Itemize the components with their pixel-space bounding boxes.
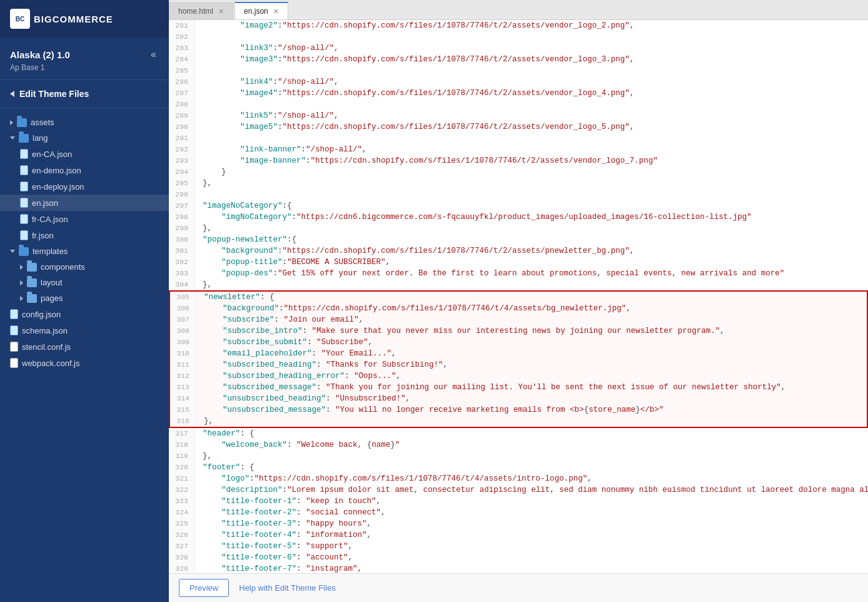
file-icon (10, 358, 18, 368)
code-line: 291 (169, 133, 868, 144)
code-line: 287 "image4":"https://cdn.shopify.com/s/… (169, 88, 868, 99)
code-line: 326 "title-footer-4": "information", (169, 529, 868, 541)
sidebar-item-lang[interactable]: lang (0, 130, 169, 146)
sidebar-item-stencil-conf[interactable]: stencil.conf.js (0, 339, 169, 355)
sidebar-item-webpack-conf[interactable]: webpack.conf.js (0, 355, 169, 371)
code-line: 304}, (169, 279, 868, 290)
code-line: 321 "logo":"https://cdn.shopify.com/s/fi… (169, 473, 868, 484)
sidebar-item-schema-json[interactable]: schema.json (0, 322, 169, 339)
help-link[interactable]: Help with Edit Theme Files (239, 583, 335, 593)
theme-section: Alaska (2) 1.0 « Ap Base 1 (0, 38, 169, 80)
file-icon (20, 149, 28, 159)
code-line: 317"header": { (169, 428, 868, 439)
code-line: 288 (169, 99, 868, 110)
code-line: 285 (169, 65, 868, 76)
close-tab-home-html[interactable]: ✕ (218, 8, 224, 16)
code-line: 300"popup-newsletter":{ (169, 234, 868, 245)
folder-icon (19, 247, 29, 256)
code-lines-container: 281 "image2":"https://cdn.shopify.com/s/… (169, 20, 868, 573)
folder-icon (17, 118, 27, 127)
code-line: 302 "popup-title":"BECOME A SUBSCRIBER", (169, 257, 868, 268)
code-line: 316}, (169, 416, 868, 428)
chevron-right-icon (20, 280, 23, 285)
file-icon (20, 230, 28, 240)
preview-button[interactable]: Preview (179, 579, 229, 597)
code-line: 294 } (169, 166, 868, 178)
code-editor[interactable]: 281 "image2":"https://cdn.shopify.com/s/… (169, 20, 868, 573)
theme-name: Alaska (2) 1.0 « (10, 48, 159, 61)
code-line: 296 (169, 189, 868, 200)
tabs-bar: home.html ✕ en.json ✕ (169, 0, 868, 20)
file-icon (20, 181, 28, 191)
sidebar-item-en-ca-json[interactable]: en-CA.json (0, 146, 169, 162)
code-line: 308 "subscribe_intro": "Make sure that y… (169, 325, 868, 337)
theme-sub: Ap Base 1 (10, 63, 159, 72)
code-line: 325 "title-footer-3": "happy hours", (169, 518, 868, 529)
code-line: 324 "title-footer-2": "social connect", (169, 507, 868, 518)
code-line: 319}, (169, 451, 868, 462)
chevron-right-icon (20, 265, 23, 270)
sidebar-item-assets[interactable]: assets (0, 115, 169, 130)
code-line: 322 "description":"Lorem ipsum dolor sit… (169, 484, 868, 496)
chevron-right-icon (20, 296, 23, 301)
main-editor: home.html ✕ en.json ✕ 281 "image2":"http… (169, 0, 868, 602)
edit-theme-files-nav[interactable]: Edit Theme Files (0, 80, 169, 108)
code-line: 298 "imgNoCategory":"https://cdn6.bigcom… (169, 212, 868, 223)
file-icon (20, 198, 28, 208)
chevron-down-icon (10, 250, 15, 253)
folder-icon (27, 294, 37, 303)
file-tree: assets lang en-CA.json en-demo.json en-d… (0, 108, 169, 602)
chevron-down-icon (10, 136, 15, 140)
file-icon (10, 309, 18, 319)
code-line: 303 "popup-des":"Get 15% off your next o… (169, 268, 868, 279)
logo-text: BIGCOMMERCE (34, 14, 113, 24)
code-line: 309 "subscribe_submit": "Subscribe", (169, 337, 868, 348)
sidebar-header: BC BIGCOMMERCE (0, 0, 169, 38)
close-tab-en-json[interactable]: ✕ (273, 8, 279, 16)
code-line: 323 "title-footer-1": "keep in touch", (169, 496, 868, 507)
file-icon (10, 342, 18, 352)
sidebar-item-config-json[interactable]: config.json (0, 306, 169, 322)
code-line: 312 "subscribed_heading_error": "Oops...… (169, 370, 868, 382)
tab-home-html[interactable]: home.html ✕ (169, 3, 233, 19)
code-line: 299}, (169, 223, 868, 234)
sidebar-item-fr-ca-json[interactable]: fr-CA.json (0, 211, 169, 227)
code-line: 328 "title-footer-6": "account", (169, 552, 868, 563)
code-line: 327 "title-footer-5": "support", (169, 541, 868, 552)
code-line: 315 "unsubscribed_message": "You will no… (169, 404, 868, 416)
sidebar-item-components[interactable]: components (0, 259, 169, 275)
code-line: 284 "image3":"https://cdn.shopify.com/s/… (169, 54, 868, 65)
chevron-right-icon (10, 120, 13, 125)
code-line: 311 "subscribed_heading": "Thanks for Su… (169, 359, 868, 370)
sidebar-item-templates[interactable]: templates (0, 243, 169, 259)
bigcommerce-logo: BC BIGCOMMERCE (10, 9, 113, 29)
code-line: 292 "link-banner":"/shop-all/", (169, 144, 868, 155)
collapse-button[interactable]: « (148, 48, 159, 61)
sidebar-item-en-deploy-json[interactable]: en-deploy.json (0, 178, 169, 195)
code-line: 295}, (169, 178, 868, 189)
code-line: 320"footer": { (169, 462, 868, 473)
edit-theme-label: Edit Theme Files (19, 89, 89, 99)
code-line: 310 "email_placeholder": "Your Email..."… (169, 348, 868, 359)
file-icon (10, 325, 18, 335)
sidebar-item-en-demo-json[interactable]: en-demo.json (0, 162, 169, 178)
code-line: 329 "title-footer-7": "instagram", (169, 563, 868, 573)
code-line: 283 "link3":"/shop-all/", (169, 43, 868, 54)
code-line: 306 "background":"https://cdn.shopify.co… (169, 303, 868, 314)
file-icon (20, 214, 28, 224)
folder-icon (27, 278, 37, 287)
code-line: 297"imageNoCategory":{ (169, 200, 868, 212)
sidebar-item-pages[interactable]: pages (0, 290, 169, 306)
sidebar-item-en-json[interactable]: en.json (0, 195, 169, 211)
sidebar-item-fr-json[interactable]: fr.json (0, 227, 169, 243)
file-icon (20, 165, 28, 175)
code-line: 286 "link4":"/shop-all/", (169, 76, 868, 88)
tab-en-json[interactable]: en.json ✕ (235, 2, 288, 19)
code-line: 293 "image-banner":"https://cdn.shopify.… (169, 155, 868, 166)
code-line: 301 "background":"https://cdn.shopify.co… (169, 245, 868, 257)
code-line: 281 "image2":"https://cdn.shopify.com/s/… (169, 20, 868, 31)
sidebar-item-layout[interactable]: layout (0, 275, 169, 290)
code-line: 307 "subscribe": "Join our email", (169, 314, 868, 325)
editor-footer: Preview Help with Edit Theme Files (169, 573, 868, 602)
code-line: 290 "image5":"https://cdn.shopify.com/s/… (169, 121, 868, 133)
